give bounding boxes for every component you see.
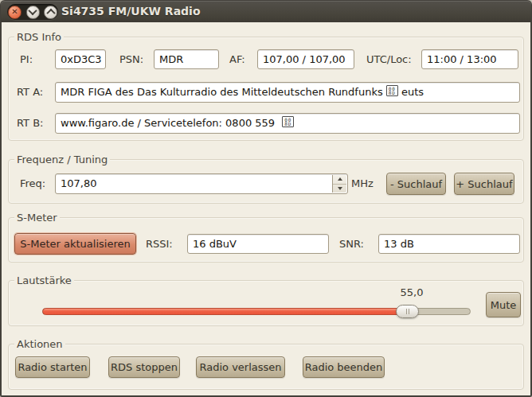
smeter-refresh-button[interactable]: S-Meter aktualisieren [14, 233, 136, 255]
utc-loc-field[interactable]: 11:00 / 13:00 [421, 49, 518, 69]
mute-button[interactable]: Mute [486, 292, 521, 317]
maximize-icon[interactable] [44, 6, 57, 19]
freq-spinbox[interactable]: 107,80 [55, 173, 348, 194]
seek-up-button[interactable]: + Suchlauf [454, 173, 514, 195]
tuning-group-title: Frequenz / Tuning [14, 153, 110, 166]
close-icon[interactable]: ✕ [8, 6, 22, 19]
rds-info-group-title: RDS Info [14, 30, 64, 44]
freq-value: 107,80 [61, 177, 97, 189]
start-radio-button[interactable]: Radio starten [15, 356, 90, 378]
rt-b-field[interactable]: www.figaro.de / Servicetelefon: 0800 559… [55, 113, 520, 134]
mhz-unit-label: MHz [351, 177, 374, 189]
snr-field[interactable]: 13 dB [378, 234, 520, 254]
rt-a-label: RT A: [17, 86, 43, 98]
arrow-up-icon [338, 177, 342, 181]
rt-b-label: RT B: [17, 117, 43, 129]
chevron-up-icon [46, 9, 55, 18]
missing-glyph-box: 008D [386, 85, 398, 96]
spin-down-button[interactable] [333, 185, 346, 193]
tuning-group: Frequenz / Tuning Freq: 107,80 MHz - Suc… [8, 159, 524, 204]
leave-radio-button[interactable]: Radio verlassen [196, 356, 285, 378]
arrow-down-icon [338, 187, 342, 190]
stop-rds-button[interactable]: RDS stoppen [108, 356, 180, 378]
volume-slider-track[interactable] [42, 308, 471, 315]
actions-group: Aktionen Radio starten RDS stoppen Radio… [8, 344, 524, 390]
pi-field[interactable]: 0xD3C3 [55, 49, 106, 69]
spin-up-button[interactable] [333, 175, 346, 185]
window-title: Si4735 FM/UKW Radio [61, 5, 201, 18]
actions-group-title: Aktionen [14, 337, 65, 351]
snr-label: SNR: [339, 238, 364, 250]
rt-a-text-tail: euts [401, 86, 424, 98]
volume-slider-handle[interactable] [396, 305, 419, 318]
rssi-label: RSSI: [146, 238, 173, 250]
af-label: AF: [229, 53, 245, 65]
freq-spin-buttons [332, 175, 346, 193]
volume-value-label: 55,0 [396, 286, 428, 298]
volume-slider-fill [42, 308, 410, 315]
af-field[interactable]: 107,00 / 107,00 [257, 49, 354, 69]
rt-a-text: MDR FIGA des Das Kulturradio des Mitteld… [61, 86, 383, 98]
utc-loc-label: UTC/Loc: [366, 53, 412, 65]
main-content: RDS Info PI: 0xD3C3 PSN: MDR AF: 107,00 … [2, 22, 530, 395]
volume-group-title: Lautstärke [14, 274, 74, 287]
smeter-group: S-Meter S-Meter aktualisieren RSSI: 16 d… [8, 217, 524, 263]
pi-label: PI: [20, 53, 33, 65]
chevron-down-icon [28, 6, 37, 15]
smeter-group-title: S-Meter [14, 211, 60, 224]
titlebar[interactable]: ✕ Si4735 FM/UKW Radio [1, 1, 531, 22]
volume-group: Lautstärke 55,0 Mute [8, 280, 524, 326]
app-window: ✕ Si4735 FM/UKW Radio RDS Info PI: 0xD3C… [0, 0, 532, 397]
rt-b-text: www.figaro.de / Servicetelefon: 0800 559 [61, 117, 275, 129]
freq-label: Freq: [20, 177, 45, 189]
psn-field[interactable]: MDR [154, 49, 219, 69]
rssi-field[interactable]: 16 dBuV [187, 234, 329, 254]
seek-down-button[interactable]: - Suchlauf [386, 173, 446, 195]
missing-glyph-box: 008D [282, 116, 294, 127]
rt-a-field[interactable]: MDR FIGA des Das Kulturradio des Mitteld… [55, 82, 520, 103]
quit-radio-button[interactable]: Radio beenden [303, 356, 385, 378]
psn-label: PSN: [119, 53, 143, 65]
window-controls: ✕ [7, 4, 58, 20]
rds-info-group: RDS Info PI: 0xD3C3 PSN: MDR AF: 107,00 … [8, 37, 524, 141]
minimize-icon[interactable] [26, 6, 40, 19]
